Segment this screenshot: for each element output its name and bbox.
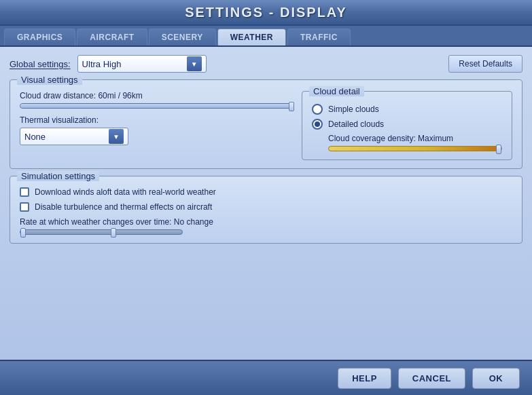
reset-defaults-button[interactable]: Reset Defaults bbox=[448, 55, 522, 73]
tab-scenery[interactable]: SCENERY bbox=[149, 29, 216, 45]
weather-rate-slider-thumb-right[interactable] bbox=[111, 228, 116, 238]
disable-turbulence-checkbox[interactable] bbox=[20, 202, 29, 212]
tab-graphics[interactable]: GRAPHICS bbox=[4, 29, 75, 45]
simple-clouds-radio[interactable] bbox=[312, 104, 323, 115]
simulation-content: Download winds aloft data with real-worl… bbox=[20, 183, 512, 235]
detailed-clouds-label: Detailed clouds bbox=[328, 119, 384, 129]
global-settings-label: Global settings: bbox=[10, 59, 71, 69]
ok-button[interactable]: OK bbox=[472, 368, 520, 389]
density-label: Cloud coverage density: Maximum bbox=[328, 134, 502, 143]
weather-rate-slider-thumb-left[interactable] bbox=[20, 228, 26, 238]
disable-turbulence-label: Disable turbulence and thermal effects o… bbox=[35, 202, 212, 212]
detailed-clouds-radio[interactable] bbox=[312, 119, 323, 130]
visual-left-panel: Cloud draw distance: 60mi / 96km Thermal… bbox=[20, 91, 292, 160]
help-button[interactable]: HELP bbox=[338, 368, 391, 389]
tab-weather[interactable]: WEATHER bbox=[217, 29, 286, 45]
cloud-detail-title: Cloud detail bbox=[309, 86, 364, 96]
density-slider-thumb[interactable] bbox=[496, 145, 501, 154]
thermal-arrow-icon[interactable]: ▼ bbox=[109, 129, 124, 144]
download-winds-label: Download winds aloft data with real-worl… bbox=[35, 187, 216, 197]
detailed-clouds-row: Detailed clouds bbox=[312, 119, 502, 130]
cloud-draw-group: Cloud draw distance: 60mi / 96km bbox=[20, 91, 292, 109]
cancel-button[interactable]: CANCEL bbox=[398, 368, 465, 389]
global-settings-dropdown[interactable]: Ultra High ▼ bbox=[77, 55, 207, 73]
page-title: SETTINGS - DISPLAY bbox=[185, 5, 347, 20]
thermal-dropdown[interactable]: None ▼ bbox=[20, 128, 128, 145]
thermal-label: Thermal visualization: bbox=[20, 115, 292, 125]
simple-clouds-label: Simple clouds bbox=[328, 105, 379, 114]
global-settings-row: Global settings: Ultra High ▼ Reset Defa… bbox=[10, 55, 522, 73]
dropdown-arrow-icon[interactable]: ▼ bbox=[187, 56, 202, 71]
thermal-value: None bbox=[24, 132, 109, 142]
cloud-draw-label: Cloud draw distance: 60mi / 96km bbox=[20, 91, 292, 100]
cloud-draw-slider-thumb[interactable] bbox=[289, 102, 294, 111]
weather-rate-label: Rate at which weather changes over time:… bbox=[20, 217, 512, 227]
bottom-bar: HELP CANCEL OK bbox=[0, 360, 532, 395]
radio-selected-indicator bbox=[315, 121, 320, 127]
disable-turbulence-row: Disable turbulence and thermal effects o… bbox=[20, 202, 512, 212]
weather-rate-group: Rate at which weather changes over time:… bbox=[20, 217, 512, 235]
thermal-group: Thermal visualization: None ▼ bbox=[20, 115, 292, 145]
cloud-draw-slider-track[interactable] bbox=[20, 103, 292, 109]
tab-traffic[interactable]: TRAFFIC bbox=[287, 29, 351, 45]
weather-rate-slider-track[interactable] bbox=[20, 229, 183, 235]
simple-clouds-row: Simple clouds bbox=[312, 104, 502, 115]
tab-bar: GRAPHICS AIRCRAFT SCENERY WEATHER TRAFFI… bbox=[0, 26, 532, 47]
tab-aircraft[interactable]: AIRCRAFT bbox=[77, 29, 147, 45]
visual-settings-title: Visual settings bbox=[17, 75, 82, 85]
title-bar: SETTINGS - DISPLAY bbox=[0, 0, 532, 26]
simulation-settings-title: Simulation settings bbox=[17, 171, 99, 181]
cloud-detail-box: Cloud detail Simple clouds Detailed clou… bbox=[302, 91, 512, 160]
download-winds-row: Download winds aloft data with real-worl… bbox=[20, 187, 512, 197]
download-winds-checkbox[interactable] bbox=[20, 187, 29, 197]
global-settings-left: Global settings: Ultra High ▼ bbox=[10, 55, 207, 73]
density-slider-track[interactable] bbox=[328, 146, 502, 151]
main-content: Global settings: Ultra High ▼ Reset Defa… bbox=[0, 47, 532, 360]
visual-settings-section: Visual settings Cloud draw distance: 60m… bbox=[10, 79, 522, 169]
simulation-settings-section: Simulation settings Download winds aloft… bbox=[10, 176, 522, 244]
global-settings-value: Ultra High bbox=[82, 59, 187, 69]
